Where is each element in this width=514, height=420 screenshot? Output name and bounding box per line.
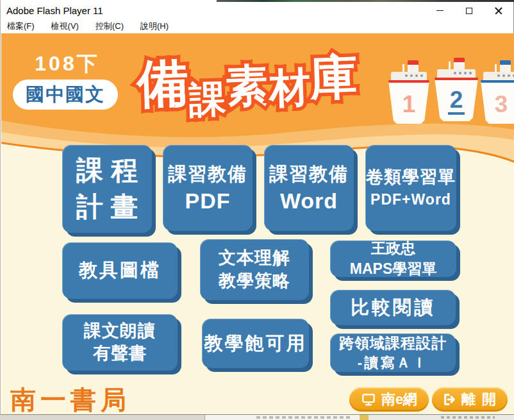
tile-text-comprehension[interactable]: 文本理解 教學策略 [200,239,309,300]
tile-maps-worksheet[interactable]: 王政忠 MAPS學習單 [330,240,456,277]
boat-number: 1 [402,92,416,116]
tile-label: 計畫 [69,189,145,226]
tile-label: 教學飽可用 [204,331,307,357]
tile-comparative-reading[interactable]: 比較閱讀 [330,290,456,325]
background-sliver-text-smudge [256,416,352,419]
page-title: 備課素材庫 [136,37,390,129]
tile-textbook-prep-pdf[interactable]: 課習教備 PDF [163,145,253,231]
tile-label: 課習教備 [269,162,349,187]
background-sliver-left [0,415,205,420]
title-char: 素 [225,56,270,116]
subject-label: 國中國文 [26,82,105,108]
boat-funnel-icon [454,58,465,71]
tile-exam-worksheets[interactable]: 卷類學習單 PDF+Word [365,145,456,231]
publisher-logo: 南一書局 [10,382,131,414]
tile-course-plan[interactable]: 課程 計畫 [62,145,152,233]
nan-e-net-button[interactable]: 南e網 [349,387,429,412]
tile-label: PDF+Word [370,189,451,211]
tile-label: 課習教備 [168,162,247,187]
tile-label: 卷類學習單 [366,165,456,189]
menu-file[interactable]: 檔案(F) [7,21,35,32]
monitor-icon [361,392,376,407]
boat-volume-3[interactable]: 3 [481,60,514,124]
subject-badge: 國中國文 [13,80,118,110]
tile-label: PDF [185,187,231,215]
title-char: 庫 [309,46,358,112]
semester-label: 108下 [19,50,115,78]
window-title: Adobe Flash Player 11 [1,5,103,16]
boat-funnel-icon [408,60,419,73]
boat-number: 3 [495,92,508,116]
nan-e-net-label: 南e網 [381,390,417,409]
tile-label: 比較閱讀 [351,295,435,321]
minimize-icon [436,10,444,11]
screen: Adobe Flash Player 11 檔案(F) 檢視(V) 控制(C) … [0,0,514,420]
tile-label: Word [280,187,338,215]
background-sliver-text-smudge [441,416,495,419]
menu-view[interactable]: 檢視(V) [51,21,79,32]
minimize-button[interactable] [425,2,454,19]
menu-control[interactable]: 控制(C) [95,21,124,32]
tile-label: -讀寫ＡＩ [358,353,428,373]
boat-volume-2-selected[interactable]: 2 [435,58,478,122]
tile-label: 有聲書 [93,342,147,365]
tile-label: 教具圖檔 [79,258,161,283]
tile-label: 跨領域課程設計 [339,333,447,353]
maximize-icon [466,8,472,14]
background-window-sliver-bottom [0,415,514,420]
boat-funnel-icon [500,60,511,73]
boat-number: 2 [448,88,465,115]
boat-deck-icon [483,72,514,80]
boat-hull-icon: 3 [481,80,514,124]
tile-cross-domain-design[interactable]: 跨領域課程設計 -讀寫ＡＩ [330,333,456,372]
tile-label: 課文朗讀 [84,320,156,342]
exit-arrow-icon [442,392,456,407]
background-sliver-yellow-box [360,415,369,420]
flash-stage: 1 2 3 [1,33,514,414]
tile-label: 文本理解 [219,247,290,269]
titlebar[interactable]: Adobe Flash Player 11 [1,2,513,19]
boat-hull-icon: 1 [388,80,429,124]
menubar: 檔案(F) 檢視(V) 控制(C) 說明(H) [1,19,513,33]
tile-label: 王政忠 [371,239,415,258]
exit-label: 離 開 [461,390,497,409]
exit-button[interactable]: 離 開 [432,387,508,412]
menu-help[interactable]: 說明(H) [140,21,169,32]
flash-player-window: Adobe Flash Player 11 檔案(F) 檢視(V) 控制(C) … [0,0,514,415]
tile-text-audio-book[interactable]: 課文朗讀 有聲書 [62,314,178,371]
tile-teaching-aid-images[interactable]: 教具圖檔 [62,242,178,299]
window-controls [425,2,513,19]
tile-textbook-prep-word[interactable]: 課習教備 Word [264,145,354,231]
boat-hull-icon: 2 [435,78,478,121]
close-icon [495,7,502,15]
boat-deck-icon [437,69,476,78]
boat-deck-icon [391,72,427,80]
close-button[interactable] [484,2,513,19]
maximize-button[interactable] [454,2,484,19]
tile-label: 課程 [69,153,145,189]
title-char: 備 [136,49,190,120]
boat-volume-1[interactable]: 1 [388,60,429,124]
title-char: 材 [269,59,311,116]
tile-teaching-bao-ke-yong[interactable]: 教學飽可用 [202,319,309,368]
title-char: 課 [188,74,228,126]
tile-label: 教學策略 [219,270,290,292]
tile-label: MAPS學習單 [350,259,436,279]
